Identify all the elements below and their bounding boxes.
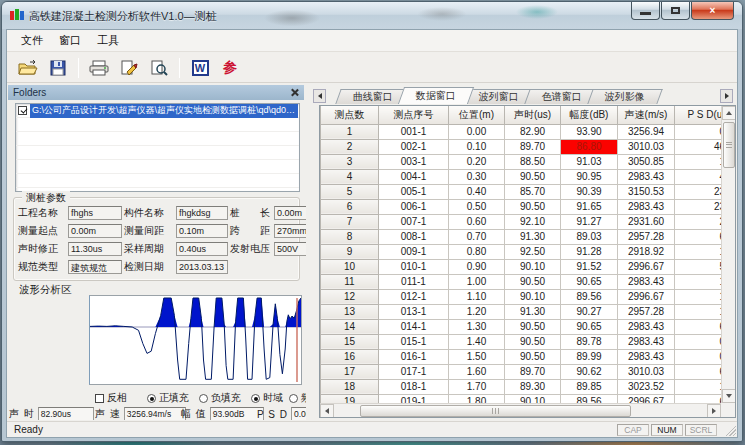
param-value-3[interactable]: 0.00m <box>68 224 122 238</box>
table-row[interactable]: 5005-10.4085.7090.393150.53230.4 <box>321 184 722 199</box>
close-panel-icon[interactable] <box>290 88 299 97</box>
waveform-plot[interactable] <box>89 295 302 385</box>
maximize-button[interactable] <box>661 2 690 20</box>
cell-0-5: 3256.94 <box>618 124 675 139</box>
open-folder-icon[interactable] <box>15 56 41 80</box>
invert-checkbox-box[interactable] <box>95 394 104 403</box>
table-row[interactable]: 8008-10.7091.3089.032957.286.40 <box>321 229 722 244</box>
table-row[interactable]: 19019-11.8090.1089.562996.676.40 <box>321 394 722 403</box>
column-header-4[interactable]: 幅度(dB) <box>561 106 618 124</box>
folder-list-empty-row <box>16 132 299 146</box>
minimize-button[interactable] <box>631 2 660 20</box>
print-setup-icon[interactable] <box>116 56 142 80</box>
cell-17-3: 89.30 <box>505 379 561 394</box>
cell-3-6: 40.0 <box>675 169 722 184</box>
table-row[interactable]: 14014-11.3090.5090.652983.436.40 <box>321 319 722 334</box>
menu-item-1[interactable]: 窗口 <box>51 30 89 51</box>
table-row[interactable]: 9009-10.8092.5091.282918.9214.4 <box>321 244 722 259</box>
radio-time-domain[interactable]: 时域 <box>251 391 283 405</box>
invert-checkbox[interactable]: 反相 <box>95 391 127 405</box>
table-row[interactable]: 11011-11.0090.5090.652983.431.60 <box>321 274 722 289</box>
tab-1[interactable]: 数据窗口 <box>398 87 474 104</box>
cell-2-3: 88.50 <box>505 154 561 169</box>
scroll-right-icon[interactable] <box>707 404 721 418</box>
radio-time-domain-dot[interactable] <box>251 394 260 403</box>
param-value-10[interactable]: 2013.03.13 <box>176 260 228 274</box>
radio-positive-fill[interactable]: 正填充 <box>147 391 189 405</box>
param-value-1[interactable]: fhgkdsg <box>176 206 228 220</box>
table-row[interactable]: 2002-10.1089.7086.803010.03462.4 <box>321 139 722 154</box>
radio-freq-domain-dot[interactable] <box>289 394 298 403</box>
horizontal-scrollbar[interactable] <box>320 403 721 417</box>
table-row[interactable]: 18018-11.7089.3089.853023.521.60 <box>321 379 722 394</box>
table-row[interactable]: 15015-11.4090.5089.782983.430.00 <box>321 334 722 349</box>
folder-checkbox[interactable] <box>18 106 27 115</box>
cell-2-4: 91.03 <box>561 154 618 169</box>
scroll-down-icon[interactable] <box>722 389 736 403</box>
cell-13-4: 90.65 <box>561 319 618 334</box>
menu-item-0[interactable]: 文件 <box>13 30 51 51</box>
radio-negative-fill-dot[interactable] <box>199 394 208 403</box>
scroll-left-icon[interactable] <box>320 404 334 418</box>
table-row[interactable]: 6006-10.5090.5091.652983.43230.4 <box>321 199 722 214</box>
table-row[interactable]: 13013-11.2091.3090.272957.2814.4 <box>321 304 722 319</box>
cell-13-2: 1.30 <box>449 319 505 334</box>
save-icon[interactable] <box>45 56 71 80</box>
table-row[interactable]: 7007-10.6092.1091.272931.6025.6 <box>321 214 722 229</box>
table-row[interactable]: 12012-11.1090.1089.562996.671.60 <box>321 289 722 304</box>
close-button[interactable]: × <box>691 2 734 20</box>
print-icon[interactable] <box>86 56 112 80</box>
table-row[interactable]: 1001-10.0082.9093.903256.940.00 <box>321 124 722 139</box>
column-header-2[interactable]: 位置(m) <box>449 106 505 124</box>
toolbar-separator <box>78 58 79 78</box>
data-table[interactable]: 测点数测点序号位置(m)声时(us)幅度(dB)声速(m/s)P S D(us1… <box>320 106 721 403</box>
column-header-6[interactable]: P S D(us <box>675 106 722 124</box>
horizontal-scroll-thumb[interactable] <box>360 405 631 417</box>
readout-value-1[interactable]: 3256.94m/s <box>124 407 186 420</box>
vertical-scrollbar[interactable] <box>721 106 735 403</box>
scroll-up-icon[interactable] <box>722 106 736 120</box>
readout-value-2[interactable]: 93.90dB <box>210 407 264 420</box>
param-value-7[interactable]: 0.40us <box>176 242 228 256</box>
folder-list-item[interactable]: G:\公司产品设计开发\超声仪器\超声仪实地检测数据调桩\qd\qd03\qd0… <box>16 104 299 118</box>
table-row[interactable]: 10010-10.9090.1091.522996.6757.6 <box>321 259 722 274</box>
print-preview-icon[interactable] <box>146 56 172 80</box>
param-value-2[interactable]: 0.00m <box>274 206 306 220</box>
word-export-icon[interactable]: W <box>187 56 213 80</box>
radio-negative-fill[interactable]: 负填充 <box>199 391 241 405</box>
column-header-1[interactable]: 测点序号 <box>379 106 449 124</box>
cell-0-0: 1 <box>321 124 379 139</box>
param-value-6[interactable]: 11.30us <box>68 242 122 256</box>
vertical-scroll-thumb[interactable] <box>723 122 735 168</box>
menu-item-2[interactable]: 工具 <box>89 30 127 51</box>
resize-grip[interactable] <box>723 423 736 436</box>
params-icon[interactable]: 参 <box>217 56 243 80</box>
table-row[interactable]: 16016-11.5090.5089.992983.430.00 <box>321 349 722 364</box>
radio-positive-fill-dot[interactable] <box>147 394 156 403</box>
column-header-0[interactable]: 测点数 <box>321 106 379 124</box>
table-row[interactable]: 17017-11.6089.7090.623010.036.40 <box>321 364 722 379</box>
param-value-5[interactable]: 270mm <box>274 224 306 238</box>
cell-14-0: 15 <box>321 334 379 349</box>
radio-time-domain-label: 时域 <box>263 391 283 405</box>
cell-0-3: 82.90 <box>505 124 561 139</box>
readout-value-3[interactable]: 0.00us^2/m <box>291 407 306 420</box>
folders-list[interactable]: G:\公司产品设计开发\超声仪器\超声仪实地检测数据调桩\qd\qd03\qd0… <box>15 103 300 192</box>
column-header-5[interactable]: 声速(m/s) <box>618 106 675 124</box>
radio-freq-domain[interactable]: 频域 <box>289 391 306 405</box>
tab-4[interactable]: 波列影像 <box>587 89 662 104</box>
table-row[interactable]: 3003-10.2088.5091.033050.8514.4 <box>321 154 722 169</box>
readout-value-0[interactable]: 82.90us <box>38 407 94 420</box>
table-row[interactable]: 4004-10.3090.5090.952983.4340.0 <box>321 169 722 184</box>
param-value-8[interactable]: 500V <box>274 242 306 256</box>
param-value-4[interactable]: 0.10m <box>176 224 228 238</box>
column-header-3[interactable]: 声时(us) <box>505 106 561 124</box>
folders-caption[interactable]: Folders <box>8 85 304 100</box>
cell-5-3: 90.50 <box>505 199 561 214</box>
word-export-icon-glyph: W <box>192 60 209 76</box>
cell-14-2: 1.40 <box>449 334 505 349</box>
tab-scroll-left-icon[interactable] <box>313 89 326 103</box>
param-value-9[interactable]: 建筑规范 <box>68 260 122 274</box>
tab-scroll-right-icon[interactable] <box>720 89 733 103</box>
param-value-0[interactable]: fhghs <box>68 206 122 220</box>
